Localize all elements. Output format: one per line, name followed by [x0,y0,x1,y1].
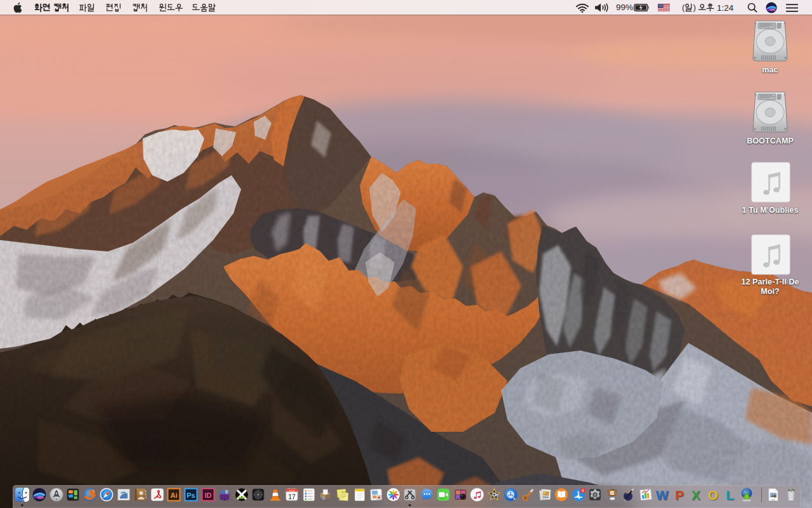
svg-text:17: 17 [288,493,296,500]
svg-text:docx: docx [771,498,776,501]
svg-text:L: L [726,488,735,502]
svg-text:ID: ID [205,491,212,499]
svg-text:P: P [675,488,684,502]
svg-text:Q: Q [322,496,325,500]
svg-text:O: O [708,488,718,502]
svg-text:X: X [691,488,700,502]
svg-text:Ai: Ai [171,491,178,499]
svg-text:W: W [656,488,669,502]
svg-text:Ps: Ps [187,491,195,499]
svg-text:Note: Note [341,491,346,493]
svg-text:4: 4 [582,488,584,493]
svg-text:일요일: 일요일 [289,490,295,492]
